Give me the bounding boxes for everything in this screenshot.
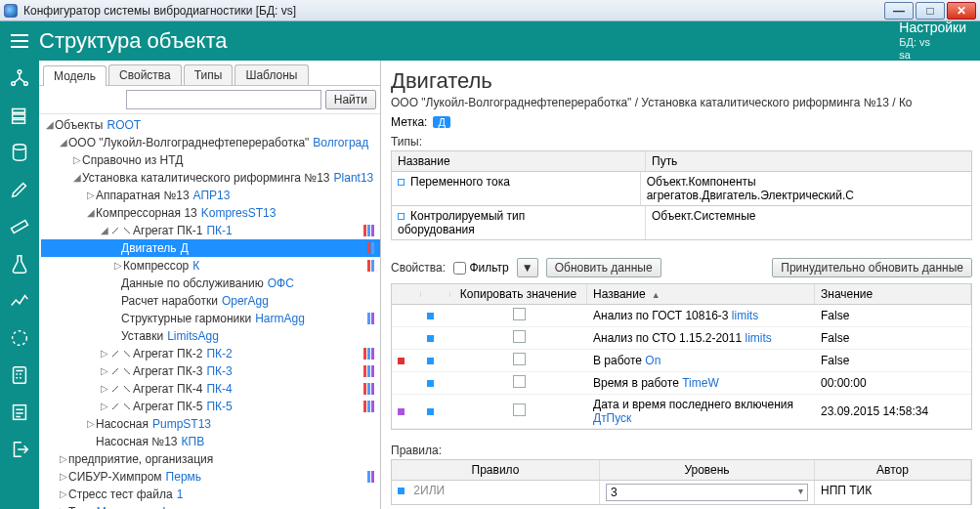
maximize-button[interactable]: □	[916, 2, 945, 20]
col-author[interactable]: Автор	[815, 460, 971, 480]
col-copy[interactable]: Копировать значение	[450, 284, 587, 304]
tree-item[interactable]: ◢Установка каталитического риформинга №1…	[41, 169, 380, 187]
property-row[interactable]: Анализ по СТО 1.15.2-2011 limitsFalse	[392, 327, 971, 350]
menu-button[interactable]	[0, 21, 39, 61]
breadcrumb: ООО "Лукойл-Волгограднефтепереработка" /…	[391, 96, 972, 109]
svg-point-5	[13, 331, 27, 346]
type-row[interactable]: Контролируемый тип оборудования Объект.С…	[391, 206, 972, 240]
rules-label: Правила:	[391, 444, 972, 457]
settings-label: Настройки	[899, 20, 966, 36]
tree-item[interactable]: Расчет наработкиOperAgg	[41, 292, 380, 310]
tree-item[interactable]: ▷Аппаратная №13АПР13	[41, 187, 380, 204]
refresh-button[interactable]: Обновить данные	[546, 258, 661, 277]
tree-root[interactable]: ◢ОбъектыROOT	[41, 116, 380, 134]
tree-item[interactable]: ▷⟋⟍ Агрегат ПК-4ПК-4	[41, 380, 380, 398]
tree-item[interactable]: УставкиLimitsAgg	[41, 327, 380, 345]
left-panel: Модель Свойства Типы Шаблоны Найти ◢Объе…	[39, 61, 381, 509]
close-button[interactable]: ✕	[947, 2, 976, 20]
col-name[interactable]: Название▲	[587, 284, 815, 304]
filter-icon-button[interactable]: ▼	[517, 258, 538, 277]
col-level[interactable]: Уровень	[600, 460, 815, 480]
level-select[interactable]: 3	[606, 484, 808, 501]
ruler-icon[interactable]	[6, 213, 33, 240]
window-title: Конфигуратор системы вибродиагностики [Б…	[23, 4, 884, 18]
tree-item[interactable]: ▷ТестМетка теста!	[41, 503, 380, 509]
property-row[interactable]: Дата и время последнего включения ДтПуск…	[392, 395, 971, 429]
object-tree[interactable]: ◢ОбъектыROOT ◢ООО "Лукойл-Волгограднефте…	[39, 114, 380, 509]
tree-item[interactable]: ▷⟋⟍ Агрегат ПК-5ПК-5	[41, 398, 380, 415]
tree-item[interactable]: Структурные гармоникиHarmAgg	[41, 310, 380, 327]
col-value[interactable]: Значение	[815, 284, 971, 304]
tree-item[interactable]: ▷⟋⟍ Агрегат ПК-2ПК-2	[41, 345, 380, 362]
svg-rect-4	[11, 220, 27, 233]
user-label: sa	[899, 49, 966, 62]
tab-model[interactable]: Модель	[43, 65, 107, 86]
types-label: Типы:	[391, 135, 972, 148]
tree-item[interactable]: ◢ООО "Лукойл-Волгограднефтепереработка"В…	[41, 134, 380, 151]
property-row[interactable]: Время в работе TimeW00:00:00	[392, 372, 971, 395]
find-button[interactable]: Найти	[325, 90, 376, 109]
th-name: Название	[392, 151, 646, 171]
edit-icon[interactable]	[6, 176, 33, 203]
tree-item[interactable]: ▷СИБУР-ХимпромПермь	[41, 468, 380, 486]
page-title: Структура объекта	[39, 28, 885, 54]
col-rule[interactable]: Правило	[392, 460, 600, 480]
properties-toolbar: Свойства: Фильтр ▼ Обновить данные Прину…	[391, 258, 972, 277]
app-icon	[4, 4, 18, 18]
nav-rail	[0, 61, 39, 509]
search-input[interactable]	[126, 90, 321, 109]
property-row[interactable]: Анализ по ГОСТ 10816-3 limitsFalse	[392, 305, 971, 327]
properties-label: Свойства:	[391, 261, 446, 275]
app-header: Структура объекта Настройки БД: vs sa	[0, 21, 980, 61]
settings-block[interactable]: Настройки БД: vs sa	[885, 20, 980, 62]
structure-icon[interactable]	[6, 64, 33, 92]
filter-checkbox[interactable]: Фильтр	[453, 261, 509, 275]
tab-templates[interactable]: Шаблоны	[234, 64, 308, 85]
mark-badge: Д	[433, 116, 449, 128]
rule-row[interactable]: 2ИЛИ 3 НПП ТИК	[392, 481, 971, 504]
flask-icon[interactable]	[6, 250, 33, 277]
db-label: БД: vs	[899, 36, 966, 49]
rules-table: Правило Уровень Автор 2ИЛИ 3 НПП ТИК	[391, 459, 972, 505]
svg-point-0	[18, 70, 21, 74]
properties-table: Копировать значение Название▲ Значение А…	[391, 283, 972, 430]
property-row[interactable]: В работе OnFalse	[392, 350, 971, 372]
tree-item[interactable]: ◢⟋⟍ Агрегат ПК-1ПК-1	[41, 222, 380, 239]
tree-item[interactable]: ▷НасоснаяPumpST13	[41, 415, 380, 433]
database-icon[interactable]	[6, 139, 33, 166]
calc-icon[interactable]	[6, 361, 33, 389]
tree-item[interactable]: ◢Компрессорная 13KompresST13	[41, 204, 380, 222]
left-tabs: Модель Свойства Типы Шаблоны	[39, 61, 380, 86]
th-path: Путь	[646, 151, 971, 171]
tab-types[interactable]: Типы	[184, 64, 234, 85]
type-row[interactable]: Переменного тока Объект.Компоненты агрег…	[391, 172, 972, 206]
tree-item[interactable]: Данные по обслуживаниюОФС	[41, 275, 380, 292]
svg-rect-6	[14, 367, 26, 384]
tree-item[interactable]: ▷КомпрессорК	[41, 257, 380, 275]
tree-item[interactable]: Насосная №13КПВ	[41, 433, 380, 450]
types-header: Название Путь	[391, 150, 972, 172]
tree-item[interactable]: ▷Стресс тест файла1	[41, 486, 380, 503]
tree-item-selected[interactable]: ДвигательД	[41, 239, 380, 257]
tree-item[interactable]: ▷Справочно из НТД	[41, 151, 380, 169]
right-panel: Двигатель ООО "Лукойл-Волгограднефтепере…	[381, 61, 980, 509]
minimize-button[interactable]: —	[884, 2, 914, 20]
tab-properties[interactable]: Свойства	[108, 64, 182, 85]
tree-item[interactable]: ▷предприятие, организация	[41, 450, 380, 468]
mark-label: Метка:	[391, 115, 427, 129]
books-icon[interactable]	[6, 102, 33, 129]
svg-point-3	[14, 145, 26, 150]
exit-icon[interactable]	[6, 436, 33, 463]
report-icon[interactable]	[6, 399, 33, 426]
titlebar: Конфигуратор системы вибродиагностики [Б…	[0, 0, 980, 21]
chart-icon[interactable]	[6, 287, 33, 315]
object-title: Двигатель	[391, 68, 972, 94]
cycle-icon[interactable]	[6, 324, 33, 352]
force-refresh-button[interactable]: Принудительно обновить данные	[772, 258, 972, 277]
tree-item[interactable]: ▷⟋⟍ Агрегат ПК-3ПК-3	[41, 362, 380, 380]
